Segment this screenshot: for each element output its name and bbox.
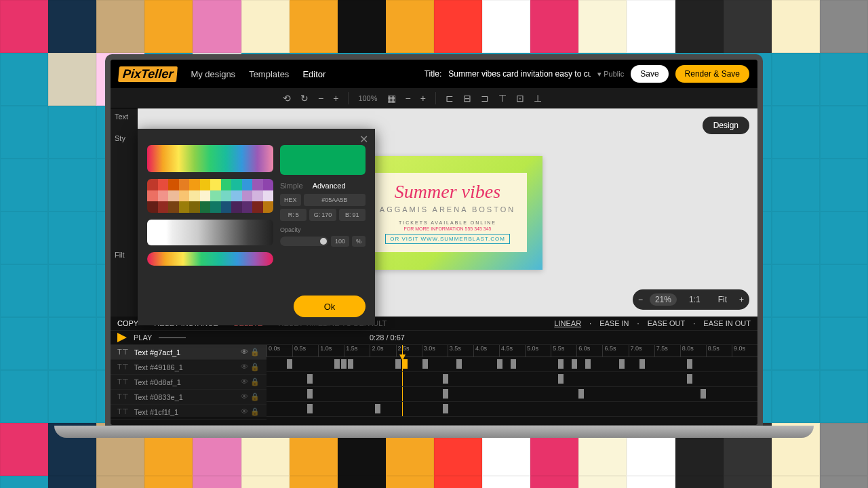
nav-my-designs[interactable]: My designs (191, 69, 235, 79)
card-link: OR VISIT WWW.SUMMERBLAST.COM (385, 234, 510, 244)
keyframe[interactable] (456, 359, 462, 369)
hex-label: HEX (280, 194, 301, 206)
keyframe[interactable] (619, 359, 625, 369)
keyframe[interactable] (572, 359, 577, 369)
timeline-layer[interactable]: T⊤Text #0833e_1👁 🔒 (111, 390, 267, 405)
timeline-layer[interactable]: T⊤Text #1cf1f_1👁 🔒 (111, 405, 267, 420)
timeline-copy[interactable]: COPY (117, 319, 138, 327)
plus-icon[interactable]: + (333, 93, 338, 104)
logo: PixTeller (118, 66, 178, 82)
timeline-timecode: 0:28 / 0:67 (370, 333, 405, 342)
grid-icon[interactable]: ▦ (387, 93, 396, 104)
ok-button[interactable]: Ok (294, 296, 366, 317)
align-right-icon[interactable]: ⊐ (481, 93, 489, 104)
zoom-out-icon[interactable]: − (406, 93, 411, 104)
align-top-icon[interactable]: ⊤ (498, 93, 507, 104)
timeline-layer[interactable]: T⊤Text #0d8af_1👁 🔒 (111, 375, 267, 390)
redo-icon[interactable]: ↻ (300, 93, 309, 104)
play-icon[interactable] (117, 333, 127, 342)
zoom-percent[interactable]: 21% (650, 293, 677, 306)
opacity-value[interactable]: 100 (331, 236, 349, 247)
align-middle-icon[interactable]: ⊡ (516, 93, 524, 104)
minus-icon[interactable]: − (318, 93, 323, 104)
color-swatch-grid[interactable] (147, 179, 273, 213)
tab-simple[interactable]: Simple (280, 182, 303, 190)
render-save-button[interactable]: Render & Save (675, 65, 749, 83)
keyframe[interactable] (701, 389, 706, 399)
play-label: PLAY (134, 333, 152, 342)
b-input[interactable]: B:91 (339, 209, 366, 221)
timeline-layer[interactable]: T⊤Text #49186_1👁 🔒 (111, 360, 267, 375)
align-center-icon[interactable]: ⊟ (463, 93, 471, 104)
keyframe[interactable] (443, 404, 448, 413)
keyframe[interactable] (687, 374, 692, 384)
keyframe[interactable] (307, 389, 313, 399)
tab-advanced[interactable]: Advanced (313, 182, 346, 190)
keyframe[interactable] (639, 359, 645, 369)
side-panel: Text Sty Filt (111, 108, 138, 317)
ease-in[interactable]: EASE IN (599, 319, 629, 327)
keyframe[interactable] (585, 359, 591, 369)
color-preview (280, 145, 366, 175)
ease-linear[interactable]: LINEAR (554, 319, 581, 327)
design-button[interactable]: Design (703, 117, 749, 134)
keyframe[interactable] (287, 359, 292, 369)
gradient-swatch[interactable] (147, 145, 273, 172)
toolbar: ⟲ ↻ − + 100% ▦ − + ⊏ ⊟ ⊐ ⊤ ⊡ ⊥ (111, 88, 757, 108)
nav-templates[interactable]: Templates (249, 69, 289, 79)
keyframe[interactable] (341, 359, 347, 369)
zoom-value: 100% (358, 94, 377, 102)
ease-out[interactable]: EASE OUT (648, 319, 686, 327)
align-bottom-icon[interactable]: ⊥ (534, 93, 542, 104)
keyframe[interactable] (395, 359, 401, 369)
zoom-1to1[interactable]: 1:1 (684, 293, 706, 306)
keyframe[interactable] (578, 389, 584, 399)
rainbow-swatch[interactable] (147, 252, 273, 266)
grayscale-swatch[interactable] (147, 220, 273, 245)
design-card[interactable]: Summer vibes AGGAMIS ARENA BOSTON TICKET… (353, 156, 542, 270)
align-left-icon[interactable]: ⊏ (446, 93, 454, 104)
keyframe[interactable] (348, 359, 353, 369)
card-info: FOR MORE INFORMATION 555 345 345 (372, 226, 523, 231)
opacity-slider[interactable] (280, 237, 328, 246)
keyframe[interactable] (307, 404, 313, 413)
keyframe[interactable] (402, 359, 408, 369)
keyframe[interactable] (307, 374, 313, 384)
keyframe[interactable] (375, 404, 380, 413)
ease-in-out[interactable]: EASE IN OUT (703, 319, 751, 327)
nav-editor[interactable]: Editor (302, 69, 326, 79)
rotate-icon[interactable]: ⟲ (283, 93, 291, 104)
keyframe[interactable] (443, 389, 448, 399)
keyframe[interactable] (558, 374, 564, 384)
card-subtitle: AGGAMIS ARENA BOSTON (372, 205, 523, 214)
zoom-in-icon[interactable]: + (420, 93, 426, 104)
hex-input[interactable]: #05AA5B (304, 194, 366, 206)
title-label: Title: (425, 69, 442, 79)
visibility-dropdown[interactable]: ▾ Public (597, 70, 624, 79)
close-icon[interactable]: ✕ (359, 133, 368, 146)
zoom-plus-icon[interactable]: + (739, 295, 744, 304)
g-input[interactable]: G:170 (309, 209, 336, 221)
opacity-label: Opacity (280, 226, 366, 233)
panel-style[interactable]: Sty (115, 134, 134, 142)
keyframe[interactable] (422, 359, 428, 369)
r-input[interactable]: R:5 (280, 209, 307, 221)
keyframe[interactable] (511, 359, 516, 369)
timeline-panel: COPY· RESET INSTANCE· DELETE· RESET TIME… (111, 317, 757, 425)
timeline-layer[interactable]: T⊤Text #g7acf_1👁 🔒 (111, 345, 267, 360)
panel-text[interactable]: Text (115, 113, 134, 121)
title-input[interactable] (448, 69, 591, 79)
keyframe[interactable] (443, 374, 448, 384)
color-picker-popup: ✕ Simple Advanced HEX #05AA5B R:5 (138, 129, 375, 325)
zoom-control: − 21% 1:1 Fit + (633, 289, 749, 310)
zoom-minus-icon[interactable]: − (638, 295, 643, 304)
save-button[interactable]: Save (631, 65, 668, 83)
zoom-fit[interactable]: Fit (713, 293, 732, 306)
opacity-unit: % (352, 236, 366, 247)
keyframe[interactable] (334, 359, 340, 369)
keyframe[interactable] (687, 359, 692, 369)
card-tickets: TICKETS AVAILABLE ONLINE (372, 220, 523, 225)
keyframe[interactable] (497, 359, 502, 369)
keyframe[interactable] (558, 359, 564, 369)
panel-filters[interactable]: Filt (115, 251, 134, 259)
